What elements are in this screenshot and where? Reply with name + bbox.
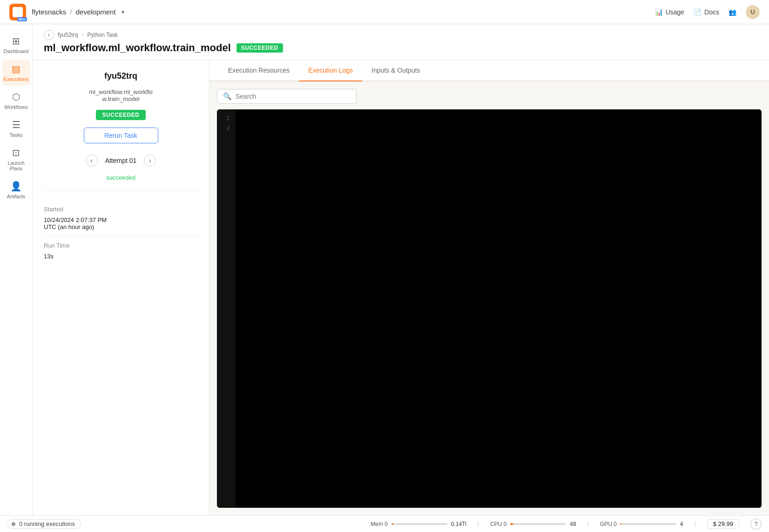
left-panel: fyu52trq ml_workflow.ml_workflo w.train_… (33, 60, 209, 515)
help-button[interactable]: ? (750, 519, 762, 530)
dashboard-icon: ⊞ (12, 35, 20, 47)
log-content[interactable] (236, 109, 762, 508)
sidebar-item-launch-plans[interactable]: ⊡ Launch Plans (2, 143, 30, 175)
workflows-icon: ⬡ (12, 91, 20, 102)
log-line-num-2: 2 (223, 124, 230, 134)
sidebar-item-tasks[interactable]: ☰ Tasks (2, 115, 30, 141)
gpu-metric: GPU 0 4 (600, 521, 683, 527)
mem-metric: Mem 0 0.14Ti (371, 521, 466, 527)
attempt-next-button[interactable]: › (144, 155, 156, 167)
gpu-label: GPU 0 (600, 521, 617, 527)
sidebar-item-executions[interactable]: ▤ Executions (2, 60, 30, 86)
attempt-status: succeeded (44, 174, 198, 181)
breadcrumb-task-type: Python Task (88, 32, 118, 38)
log-area: 🔍 1 2 (209, 81, 769, 515)
nav-chevron-icon[interactable]: ▾ (121, 9, 124, 15)
page-content: ‹ fyu52trq • Python Task ml_workflow.ml_… (33, 24, 769, 515)
rerun-task-button[interactable]: Rerun Task (84, 128, 158, 143)
tab-execution-resources[interactable]: Execution Resources (219, 60, 299, 81)
lp-badges: SUCCEEDED (44, 110, 198, 120)
runtime-value: 13s (44, 253, 198, 260)
task-name-subtitle: ml_workflow.ml_workflo w.train_model (44, 88, 198, 102)
started-label: Started (44, 206, 198, 213)
tasks-icon: ☰ (12, 119, 20, 130)
tab-execution-logs[interactable]: Execution Logs (299, 60, 362, 81)
log-line-num-1: 1 (223, 114, 230, 124)
tab-inputs-outputs[interactable]: Inputs & Outputs (362, 60, 429, 81)
sidebar-item-dashboard[interactable]: ⊞ Dashboard (2, 32, 30, 58)
admin-nav-item[interactable]: 👥 (729, 8, 736, 16)
gpu-value: 4 (680, 521, 683, 527)
cpu-value: 48 (570, 521, 576, 527)
artifacts-icon: 👤 (10, 181, 22, 192)
avatar[interactable]: U (746, 5, 760, 19)
nav-right: 📊 Usage 📄 Docs 👥 U (655, 5, 760, 19)
docs-nav-item[interactable]: 📄 Docs (694, 8, 719, 16)
launch-plans-icon: ⊡ (12, 147, 20, 158)
page-header: ‹ fyu52trq • Python Task ml_workflow.ml_… (33, 24, 769, 60)
admin-icon: 👥 (729, 8, 736, 16)
cpu-label: CPU 0 (490, 521, 506, 527)
right-panel: Execution Resources Execution Logs Input… (209, 60, 769, 515)
nav-org: flytesnacks / development (32, 8, 116, 16)
back-button[interactable]: ‹ (44, 30, 54, 40)
mem-value: 0.14Ti (451, 521, 466, 527)
divider2 (44, 236, 198, 236)
sidebar-item-workflows[interactable]: ⬡ Workflows (2, 88, 30, 114)
sidebar: ⊞ Dashboard ▤ Executions ⬡ Workflows ☰ T… (0, 24, 33, 515)
status-badge: SUCCEEDED (236, 43, 283, 53)
running-executions-badge: 0 running executions (7, 519, 81, 529)
top-nav: Beta flytesnacks / development ▾ 📊 Usage… (0, 0, 769, 24)
main-layout: ⊞ Dashboard ▤ Executions ⬡ Workflows ☰ T… (0, 24, 769, 515)
cpu-bar-fill (510, 523, 513, 525)
attempt-prev-button[interactable]: ‹ (86, 155, 98, 167)
gpu-bar-fill (621, 523, 621, 525)
lp-status-badge: SUCCEEDED (96, 110, 146, 120)
breadcrumb-sep: • (81, 32, 83, 38)
started-value: 10/24/2024 2:07:37 PM UTC (an hour ago) (44, 216, 198, 230)
logo[interactable]: Beta (9, 4, 26, 20)
bottom-metrics: Mem 0 0.14Ti | CPU 0 48 | GPU 0 4 | $ 29… (371, 519, 762, 530)
execution-id-title: fyu52trq (44, 71, 198, 81)
breadcrumb-execution-id: fyu52trq (58, 32, 78, 38)
running-executions-label: 0 running executions (19, 520, 75, 527)
search-icon: 🔍 (223, 92, 232, 101)
bar-chart-icon: 📊 (655, 8, 663, 16)
usage-nav-item[interactable]: 📊 Usage (655, 8, 684, 16)
gpu-bar (621, 523, 676, 525)
log-terminal: 1 2 (217, 109, 762, 508)
runtime-label: Run Time (44, 242, 198, 249)
breadcrumb: ‹ fyu52trq • Python Task (44, 30, 758, 40)
page-title: ml_workflow.ml_workflow.train_model SUCC… (44, 42, 758, 54)
sidebar-item-artifacts[interactable]: 👤 Artifacts (2, 177, 30, 203)
doc-icon: 📄 (694, 8, 702, 16)
run-dot-icon (12, 522, 15, 526)
bottom-bar: 0 running executions Mem 0 0.14Ti | CPU … (0, 515, 769, 532)
inner-layout: fyu52trq ml_workflow.ml_workflo w.train_… (33, 60, 769, 515)
mem-bar-fill (391, 523, 393, 525)
cost-label: $ 29.99 (713, 520, 733, 527)
log-line-numbers: 1 2 (217, 109, 236, 508)
mem-label: Mem 0 (371, 521, 388, 527)
mem-bar (391, 523, 447, 525)
cost-badge: $ 29.99 (707, 519, 739, 529)
search-input[interactable] (236, 93, 351, 100)
tabs-bar: Execution Resources Execution Logs Input… (209, 60, 769, 81)
divider (44, 190, 198, 191)
cpu-metric: CPU 0 48 (490, 521, 576, 527)
cpu-bar (510, 523, 566, 525)
attempt-nav: ‹ Attempt 01 › (44, 155, 198, 167)
lp-info: Started 10/24/2024 2:07:37 PM UTC (an ho… (44, 206, 198, 260)
attempt-label: Attempt 01 (105, 157, 137, 164)
executions-icon: ▤ (12, 63, 20, 74)
search-bar: 🔍 (217, 89, 357, 104)
